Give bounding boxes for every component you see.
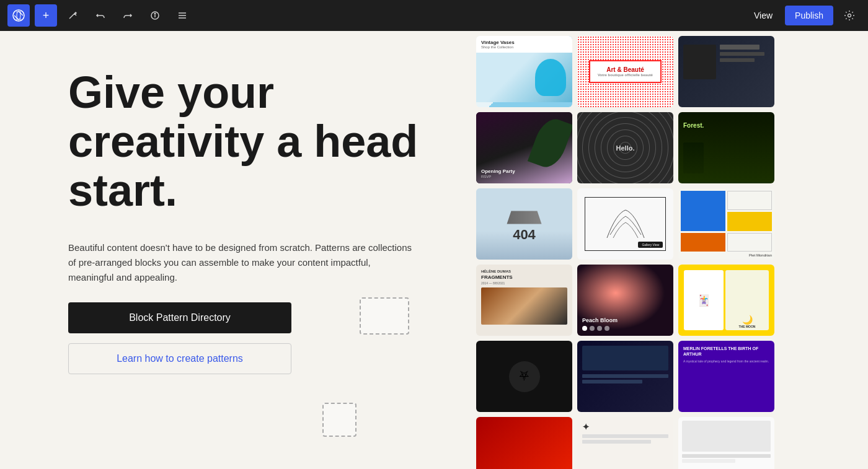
vase-label: Vintage Vases — [481, 40, 567, 45]
gallery-button[interactable]: Gallery View — [638, 242, 663, 248]
art-box: Art & Beauté Votre boutique officielle b… — [589, 60, 662, 83]
pattern-dark-top[interactable] — [678, 36, 774, 107]
hero-panel: Give your creativity a head start. Beaut… — [0, 31, 471, 469]
pattern-vases-inner: Vintage Vases Shop the Collection — [476, 36, 572, 107]
hero-description: Beautiful content doesn't have to be des… — [68, 240, 415, 285]
placeholder-box-1 — [360, 297, 409, 335]
abstract-inner: Gallery View — [577, 188, 673, 260]
pattern-grid: Vintage Vases Shop the Collection Art & … — [471, 31, 868, 469]
dark-bottom-inner: ⛧ — [476, 341, 572, 412]
undo-button[interactable] — [89, 4, 112, 27]
pattern-white[interactable] — [678, 417, 774, 469]
mondrian-label: Piet Mondrian — [681, 253, 772, 257]
view-button[interactable]: View — [746, 7, 780, 24]
peach-text: Peach Bloom — [582, 317, 618, 331]
main-content: Give your creativity a head start. Beaut… — [0, 31, 868, 469]
leaf-decoration — [528, 115, 572, 172]
pattern-blue-dark[interactable] — [577, 341, 673, 412]
red-inner — [476, 417, 572, 469]
pattern-opening-party[interactable]: Opening Party RSVP — [476, 112, 572, 183]
svg-point-1 — [17, 11, 20, 20]
dark-icon: ⛧ — [509, 361, 540, 392]
opening-text: Opening Party RSVP — [476, 164, 520, 183]
spiral-inner: Hello. — [577, 112, 673, 183]
topbar: + View Publish — [0, 0, 868, 31]
add-block-button[interactable]: + — [35, 4, 57, 27]
tools-button[interactable] — [62, 4, 84, 27]
tarot-inner: 🃏 🌙 THE MOON — [681, 267, 772, 333]
peach-inner: Peach Bloom — [577, 265, 673, 336]
num-404-text: 404 — [513, 227, 536, 243]
vase-sublabel: Shop the Collection — [481, 45, 567, 49]
pattern-peach-bloom[interactable]: Peach Bloom — [577, 265, 673, 336]
boat-inner: 404 — [476, 188, 572, 260]
forest-label: Forest. — [683, 122, 704, 129]
pattern-fragments[interactable]: HÉLÈNE DUMAS FRAGMENTS 2014 — 8/8/2021 — [476, 265, 572, 336]
svg-point-8 — [848, 14, 851, 17]
info-button[interactable] — [144, 4, 166, 27]
pattern-forest[interactable]: Forest. — [678, 112, 774, 183]
forest-inner: Forest. — [678, 112, 774, 183]
opening-inner: Opening Party RSVP — [476, 112, 572, 183]
pattern-tarot[interactable]: 🃏 🌙 THE MOON — [678, 265, 774, 336]
white-inner — [678, 417, 774, 469]
pattern-merlin[interactable]: MERLIN FORETELLS THE BIRTH OF ARTHUR A m… — [678, 341, 774, 412]
merlin-body: A mystical tale of prophecy and legend f… — [683, 359, 769, 363]
pattern-art-beaute[interactable]: Art & Beauté Votre boutique officielle b… — [577, 36, 673, 107]
block-pattern-directory-button[interactable]: Block Pattern Directory — [68, 302, 291, 333]
mondrian-inner: Piet Mondrian — [678, 188, 774, 260]
mountain-decoration — [481, 287, 567, 325]
hero-title: Give your creativity a head start. — [68, 68, 422, 216]
placeholder-box-2 — [322, 403, 356, 437]
blue-dark-inner — [577, 341, 673, 412]
settings-button[interactable] — [838, 4, 861, 27]
fragments-inner: HÉLÈNE DUMAS FRAGMENTS 2014 — 8/8/2021 — [476, 265, 572, 336]
pattern-light[interactable]: ✦ — [577, 417, 673, 469]
pattern-vintage-vases[interactable]: Vintage Vases Shop the Collection — [476, 36, 572, 107]
redo-button[interactable] — [117, 4, 139, 27]
pattern-hello-spiral[interactable]: Hello. — [577, 112, 673, 183]
merlin-inner: MERLIN FORETELLS THE BIRTH OF ARTHUR A m… — [678, 341, 774, 412]
pattern-abstract-drawing[interactable]: Gallery View — [577, 188, 673, 260]
tarot-left-card: 🃏 — [684, 270, 724, 330]
hello-text: Hello. — [616, 144, 635, 152]
merlin-title: MERLIN FORETELLS THE BIRTH OF ARTHUR — [683, 346, 769, 357]
learn-patterns-button[interactable]: Learn how to create patterns — [68, 343, 291, 374]
pattern-404[interactable]: 404 — [476, 188, 572, 260]
pattern-mondrian[interactable]: Piet Mondrian — [678, 188, 774, 260]
pattern-red[interactable] — [476, 417, 572, 469]
tarot-moon-card: 🌙 THE MOON — [725, 270, 769, 330]
publish-button[interactable]: Publish — [785, 6, 833, 25]
light-inner: ✦ — [577, 417, 673, 469]
pattern-dark-inner — [678, 36, 774, 107]
wordpress-logo[interactable] — [7, 4, 30, 27]
pattern-dark-bottom[interactable]: ⛧ — [476, 341, 572, 412]
svg-point-4 — [154, 13, 156, 14]
pattern-art-inner: Art & Beauté Votre boutique officielle b… — [577, 36, 673, 107]
list-view-button[interactable] — [171, 4, 193, 27]
